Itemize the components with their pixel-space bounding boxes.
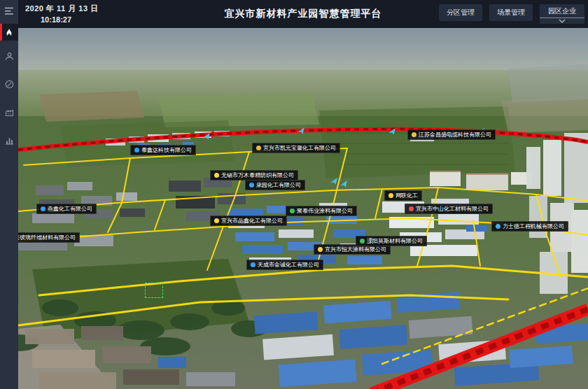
company-marker-icon xyxy=(360,239,365,243)
datetime-block: 2020 年 11 月 13 日 10:18:27 xyxy=(25,3,99,24)
company-label[interactable]: 宜兴市中山化工材料有限公司 xyxy=(405,204,493,214)
park-enterprise-dropdown[interactable]: 园区企业 xyxy=(540,4,584,24)
factory-icon xyxy=(5,108,14,117)
company-label[interactable]: 溧阳莫斯材料有限公司 xyxy=(356,236,427,246)
sidebar-item-statistics[interactable] xyxy=(0,132,18,148)
sidebar-item-personnel[interactable] xyxy=(0,48,18,64)
company-label-text: 宜兴市晶鑫化工有限公司 xyxy=(221,216,283,225)
sidebar-item-monitor[interactable] xyxy=(0,76,18,92)
company-label-text: 泰鑫达科技有限公司 xyxy=(141,146,192,155)
menu-toggle-button[interactable] xyxy=(0,3,18,20)
company-label-text: 康园化工有限公司 xyxy=(256,181,301,190)
plane-marker-icon[interactable] xyxy=(297,127,306,135)
plane-marker-icon[interactable] xyxy=(202,133,211,141)
company-marker-icon xyxy=(388,193,393,198)
company-label[interactable]: 江苏金昌盛电缆科技有限公司 xyxy=(407,129,496,140)
company-marker-icon xyxy=(496,224,500,229)
user-icon xyxy=(5,52,14,61)
sidebar xyxy=(0,0,18,389)
park-enterprise-dropdown-label: 园区企业 xyxy=(540,6,584,18)
company-label-text: 网联化工 xyxy=(396,191,418,200)
company-marker-icon xyxy=(409,206,414,211)
company-label[interactable]: 燕鑫化工有限公司 xyxy=(36,204,97,214)
company-label-text: 天成市金诚化工有限公司 xyxy=(258,260,319,269)
selection-marquee[interactable] xyxy=(145,283,163,298)
gauge-icon xyxy=(5,80,14,89)
company-marker-icon xyxy=(214,218,219,223)
company-label-text: 宜兴市中山化工材料有限公司 xyxy=(416,204,489,213)
map-3d-view[interactable]: 泰鑫达科技有限公司宜兴市凯元宝馨化工有限公司江苏金昌盛电缆科技有限公司无锡市万木… xyxy=(18,28,588,389)
page-title: 宜兴市新材料产业园智慧管理平台 xyxy=(225,8,382,20)
company-label[interactable]: 宜兴市凯元宝馨化工有限公司 xyxy=(252,143,340,153)
company-label-text: 宜兴市凯元宝馨化工有限公司 xyxy=(263,143,336,153)
company-label[interactable]: 力士德工程机械有限公司 xyxy=(491,221,568,232)
company-label[interactable]: 天成市金诚化工有限公司 xyxy=(246,260,323,270)
plane-marker-icon[interactable] xyxy=(388,128,397,136)
chevron-down-icon xyxy=(559,19,566,23)
company-marker-icon xyxy=(214,173,219,178)
company-labels-layer: 泰鑫达科技有限公司宜兴市凯元宝馨化工有限公司江苏金昌盛电缆科技有限公司无锡市万木… xyxy=(18,28,588,389)
plane-marker-icon[interactable] xyxy=(330,178,339,185)
header-actions: 分区管理 场景管理 园区企业 xyxy=(439,4,584,24)
company-marker-icon xyxy=(318,247,323,252)
company-label[interactable]: 聚泰伟业涂料有限公司 xyxy=(286,206,357,216)
company-label-text: 力士德工程机械有限公司 xyxy=(503,222,564,231)
company-marker-icon xyxy=(412,132,416,137)
plane-marker-icon[interactable] xyxy=(340,181,349,188)
company-label-text: 江苏金昌盛电缆科技有限公司 xyxy=(419,130,491,139)
company-marker-icon xyxy=(251,262,255,267)
company-marker-icon xyxy=(290,208,295,213)
company-label-text: 聚泰伟业涂料有限公司 xyxy=(297,206,353,215)
company-label[interactable]: 宜兴玻璃纤维材料有限公司 xyxy=(18,232,80,243)
company-label-text: 燕鑫化工有限公司 xyxy=(48,204,92,213)
company-label[interactable]: 泰鑫达科技有限公司 xyxy=(130,145,196,155)
flame-icon xyxy=(5,28,13,37)
header-date: 2020 年 11 月 13 日 xyxy=(25,3,99,14)
header: 2020 年 11 月 13 日 10:18:27 宜兴市新材料产业园智慧管理平… xyxy=(18,0,588,28)
company-label[interactable]: 无锡市万木泰精纺织有限公司 xyxy=(210,170,298,181)
header-time: 10:18:27 xyxy=(41,15,99,24)
company-marker-icon xyxy=(249,183,254,188)
zone-management-button[interactable]: 分区管理 xyxy=(439,4,482,21)
bar-chart-icon xyxy=(5,136,14,145)
company-marker-icon xyxy=(256,146,261,150)
company-marker-icon xyxy=(134,148,139,153)
company-label[interactable]: 康园化工有限公司 xyxy=(245,180,305,190)
scene-management-button[interactable]: 场景管理 xyxy=(489,4,533,21)
company-label-text: 溧阳莫斯材料有限公司 xyxy=(367,236,423,246)
menu-icon xyxy=(4,7,14,15)
company-label-text: 无锡市万木泰精纺织有限公司 xyxy=(221,171,294,180)
company-label[interactable]: 网联化工 xyxy=(384,190,422,201)
company-label-text: 宜兴玻璃纤维材料有限公司 xyxy=(18,233,76,242)
company-label[interactable]: 宜兴市晶鑫化工有限公司 xyxy=(210,215,287,226)
company-marker-icon xyxy=(41,206,46,211)
sidebar-item-enterprise[interactable] xyxy=(0,104,18,120)
sidebar-item-fire-monitor[interactable] xyxy=(0,24,18,41)
